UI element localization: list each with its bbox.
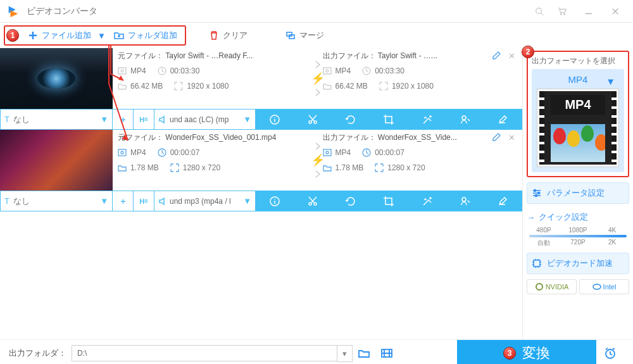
format-icon	[118, 66, 127, 75]
audio-dropdown[interactable]: und aac (LC) (mp▼	[154, 109, 256, 130]
effects-icon[interactable]	[420, 194, 434, 208]
cut-icon[interactable]	[306, 194, 320, 208]
film-icon[interactable]	[375, 347, 398, 360]
conversion-divider: ⚡	[311, 54, 325, 103]
svg-point-27	[534, 190, 536, 192]
svg-point-12	[309, 121, 311, 123]
merge-button[interactable]: マージ	[279, 26, 330, 45]
svg-point-23	[309, 203, 311, 205]
subtitle-edit-icon[interactable]	[496, 194, 510, 208]
resolution-icon	[174, 82, 183, 91]
nvidia-badge: NVIDIA	[527, 279, 577, 294]
sliders-icon	[532, 188, 542, 198]
svg-point-29	[536, 195, 537, 197]
watermark-icon[interactable]	[458, 194, 472, 208]
svg-point-9	[326, 70, 329, 72]
svg-point-6	[121, 70, 123, 72]
remove-icon[interactable]: ✕	[508, 51, 517, 61]
clock-icon	[362, 148, 371, 157]
quick-settings: クイック設定 480P1080P4K 自動720P2K	[527, 211, 629, 248]
callout-badge-1: 1	[6, 29, 19, 42]
svg-point-32	[593, 284, 601, 289]
output-sidebar: 2 出力フォーマットを選択 MP4▼ MP4 パラメータ設定 クイック設定 48…	[522, 48, 633, 339]
edit-toolbar	[256, 109, 522, 130]
path-dropdown-icon[interactable]: ▾	[337, 345, 353, 362]
intel-badge: Intel	[579, 279, 629, 294]
folder-icon	[118, 82, 127, 91]
cut-icon[interactable]	[306, 113, 320, 127]
add-file-button[interactable]: ファイル追加	[22, 26, 97, 45]
svg-point-28	[538, 192, 540, 194]
svg-point-20	[326, 151, 329, 154]
resolution-icon	[170, 163, 179, 172]
open-folder-button[interactable]	[353, 347, 375, 360]
format-thumbnail: MP4	[537, 89, 619, 167]
subtitle-edit-icon[interactable]	[496, 113, 510, 127]
audio-dropdown[interactable]: und mp3 (mp4a / l▼	[154, 191, 256, 211]
schedule-button[interactable]	[596, 346, 624, 360]
crop-icon[interactable]	[382, 194, 396, 208]
watermark-icon[interactable]	[458, 113, 472, 127]
svg-point-17	[121, 151, 123, 154]
resolution-icon	[375, 163, 384, 172]
info-icon[interactable]	[268, 194, 282, 208]
cart-icon[interactable]	[551, 2, 573, 21]
edit-icon[interactable]	[492, 51, 501, 60]
folder-plus-icon	[114, 30, 124, 41]
subtitle-dropdown[interactable]: Tなし▼	[0, 109, 113, 130]
search-icon[interactable]	[528, 2, 551, 21]
parameter-settings-button[interactable]: パラメータ設定	[527, 182, 629, 204]
add-track-button[interactable]: ＋	[113, 191, 134, 211]
quality-slider[interactable]	[529, 235, 627, 237]
svg-point-15	[462, 116, 466, 120]
svg-point-0	[536, 8, 542, 13]
title-bar: ビデオコンバータ	[0, 0, 633, 23]
add-track-button[interactable]: ＋	[113, 109, 134, 130]
merge-label: マージ	[299, 30, 324, 41]
video-thumbnail[interactable]	[0, 130, 113, 191]
output-folder-label: 出力フォルダ：	[9, 348, 66, 359]
merge-icon	[285, 30, 296, 41]
main-toolbar: 1 ファイル追加 ▼ フォルダ追加 クリア マージ	[0, 23, 633, 48]
crop-icon[interactable]	[382, 113, 396, 127]
svg-point-24	[314, 203, 316, 205]
svg-point-1	[560, 13, 561, 15]
output-folder-input[interactable]: D:\	[72, 345, 337, 361]
clock-icon	[158, 148, 166, 157]
format-title: 出力フォーマットを選択	[532, 56, 624, 66]
bolt-icon: ⚡	[311, 72, 325, 85]
clock-icon	[158, 66, 166, 75]
edit-toolbar	[256, 191, 522, 211]
svg-point-2	[564, 13, 565, 15]
subtitle-dropdown[interactable]: Tなし▼	[0, 191, 113, 211]
output-header: 出力ファイル： WonderFox_SS_Vide...	[323, 132, 485, 143]
svg-rect-30	[534, 260, 540, 267]
source-header: 元ファイル： WonderFox_SS_Video_001.mp4	[118, 132, 313, 143]
rotate-icon[interactable]	[344, 113, 358, 127]
hardsub-button[interactable]: HS	[134, 109, 154, 130]
resolution-icon	[379, 82, 388, 91]
svg-point-25	[430, 198, 431, 199]
callout-badge-2: 2	[522, 46, 534, 58]
clear-button[interactable]: クリア	[203, 26, 254, 45]
gpu-accel-button[interactable]: ビデオカード加速	[527, 253, 629, 274]
svg-rect-16	[118, 149, 126, 156]
conversion-divider: ⚡	[311, 136, 325, 184]
hardsub-button[interactable]: HS	[134, 191, 154, 211]
minimize-button[interactable]	[573, 2, 604, 21]
effects-icon[interactable]	[420, 113, 434, 127]
format-selector[interactable]: MP4▼ MP4	[532, 69, 624, 172]
edit-icon[interactable]	[492, 133, 501, 142]
add-file-label: ファイル追加	[42, 30, 91, 41]
convert-button[interactable]: 3 変換	[457, 340, 596, 365]
info-icon[interactable]	[268, 113, 282, 127]
remove-icon[interactable]: ✕	[508, 133, 517, 142]
bottom-bar: 出力フォルダ： D:\ ▾ 3 変換	[0, 339, 633, 364]
close-button[interactable]	[604, 2, 627, 21]
add-folder-button[interactable]: フォルダ追加	[108, 26, 184, 45]
svg-point-31	[536, 284, 542, 290]
add-file-dropdown-icon[interactable]: ▼	[97, 31, 105, 41]
rotate-icon[interactable]	[344, 194, 358, 208]
bolt-icon: ⚡	[311, 153, 325, 167]
video-thumbnail[interactable]	[0, 48, 113, 109]
